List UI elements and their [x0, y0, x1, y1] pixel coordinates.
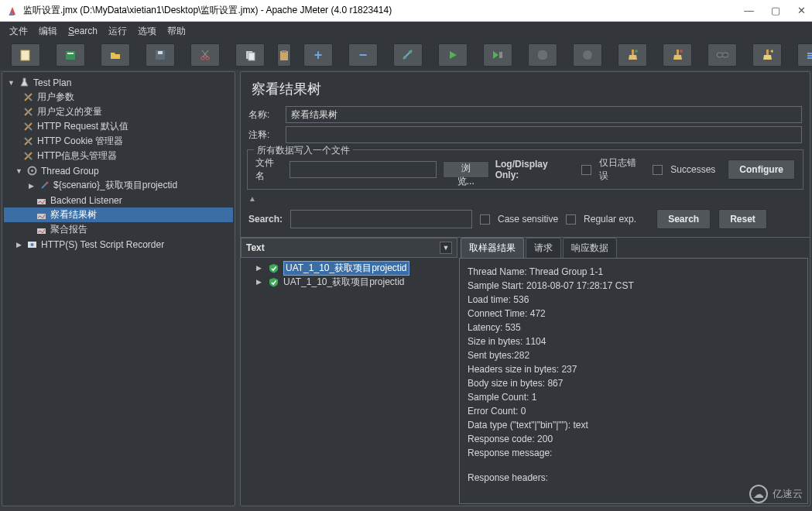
name-input[interactable]	[286, 106, 802, 123]
tree-node[interactable]: HTTP Request 默认值	[37, 120, 128, 133]
tree-toggle-icon[interactable]: ▶	[256, 264, 264, 272]
toggle-button[interactable]	[393, 43, 423, 67]
dropdown-icon[interactable]: ▼	[440, 242, 452, 254]
wrench-icon	[22, 106, 34, 118]
detail-line: Body size in bytes: 867	[468, 376, 800, 390]
errors-checkbox[interactable]	[581, 165, 591, 175]
search-tool-button[interactable]	[708, 43, 737, 67]
detail-line: Load time: 536	[468, 293, 800, 307]
listener-icon	[36, 209, 47, 221]
success-icon	[269, 263, 279, 273]
regexp-checkbox[interactable]	[566, 214, 576, 225]
start-no-timers-button[interactable]	[483, 43, 512, 67]
reset-button[interactable]: Reset	[718, 209, 767, 229]
paste-button[interactable]	[277, 43, 291, 67]
detail-line: Headers size in bytes: 237	[468, 362, 800, 376]
tree-toggle-icon[interactable]: ▼	[15, 167, 23, 175]
menu-run[interactable]: 运行	[108, 25, 127, 38]
page-title: 察看结果树	[241, 72, 810, 105]
clear-button[interactable]	[618, 43, 647, 67]
tree-node[interactable]: 聚合报告	[50, 223, 87, 236]
function-helper-button[interactable]: ✦	[752, 43, 782, 67]
configure-button[interactable]: Configure	[728, 159, 795, 180]
tree-toggle-icon[interactable]: ▶	[256, 278, 264, 286]
gear-icon	[26, 165, 38, 177]
toolbar: + −	[0, 40, 812, 70]
search-input[interactable]	[290, 210, 472, 228]
collapse-icon[interactable]: ▲	[241, 193, 810, 204]
menu-help[interactable]: 帮助	[167, 25, 186, 38]
svg-rect-3	[66, 51, 75, 60]
tree-node[interactable]: 用户定义的变量	[37, 105, 102, 118]
svg-rect-49	[37, 199, 46, 204]
svg-marker-21	[538, 50, 547, 60]
svg-rect-31	[807, 53, 812, 54]
svg-point-53	[31, 243, 34, 246]
save-button[interactable]	[146, 43, 175, 67]
shutdown-button[interactable]	[573, 43, 602, 67]
start-button[interactable]	[438, 43, 468, 67]
stop-button[interactable]	[528, 43, 557, 67]
result-row[interactable]: ▶ UAT_1_10_获取项目projectid	[242, 275, 456, 289]
svg-point-28	[722, 53, 728, 57]
menu-bar: 文件 编辑 Search 运行 选项 帮助	[0, 22, 812, 40]
detail-line: Sample Count: 1	[468, 390, 800, 404]
watermark-text: 亿速云	[773, 487, 803, 501]
open-button[interactable]	[101, 43, 130, 67]
menu-options[interactable]: 选项	[138, 25, 156, 38]
tree-node-recorder[interactable]: HTTP(S) Test Script Recorder	[41, 239, 164, 250]
result-row[interactable]: ▶ UAT_1_10_获取项目projectid	[242, 261, 456, 275]
result-type-select[interactable]: Text	[246, 242, 265, 253]
help-tool-button[interactable]	[797, 43, 812, 67]
case-sensitive-label: Case sensitive	[498, 214, 558, 225]
listener-icon	[36, 194, 47, 206]
tree-node-test-plan[interactable]: Test Plan	[33, 77, 71, 88]
tab-sampler-result[interactable]: 取样器结果	[461, 238, 524, 258]
minimize-button[interactable]: —	[744, 5, 754, 16]
tree-node[interactable]: HTTP信息头管理器	[37, 149, 117, 163]
comment-input[interactable]	[286, 126, 802, 143]
tree-node[interactable]: 用户参数	[37, 91, 74, 104]
tree-toggle-icon[interactable]: ▶	[27, 182, 36, 190]
search-label: Search:	[248, 214, 283, 225]
search-button[interactable]: Search	[656, 209, 711, 229]
copy-button[interactable]	[235, 43, 265, 67]
tab-response-data[interactable]: 响应数据	[563, 238, 617, 258]
svg-point-22	[583, 50, 592, 60]
test-plan-tree[interactable]: ▼Test Plan 用户参数 用户定义的变量 HTTP Request 默认值…	[2, 71, 235, 506]
tab-request[interactable]: 请求	[526, 238, 561, 258]
sampler-result-text[interactable]: Thread Name: Thread Group 1-1 Sample Sta…	[459, 258, 808, 504]
sampler-icon	[39, 180, 50, 191]
case-sensitive-checkbox[interactable]	[480, 214, 490, 225]
tree-node[interactable]: HTTP Cookie 管理器	[37, 135, 123, 148]
expand-button[interactable]: +	[303, 43, 333, 67]
tree-node-thread-group[interactable]: Thread Group	[41, 166, 99, 177]
wrench-icon	[22, 91, 34, 103]
tree-node[interactable]: Backend Listener	[50, 195, 122, 206]
collapse-button[interactable]: −	[348, 43, 378, 67]
svg-point-24	[635, 50, 638, 53]
menu-search[interactable]: Search	[68, 26, 98, 36]
detail-line: Connect Time: 472	[468, 307, 800, 321]
svg-rect-20	[499, 52, 502, 58]
svg-point-46	[31, 170, 33, 172]
new-button[interactable]	[11, 43, 40, 67]
maximize-button[interactable]: ▢	[771, 5, 780, 16]
filename-label: 文件名	[255, 156, 283, 183]
tree-node-view-results[interactable]: 察看结果树	[50, 208, 97, 221]
tree-toggle-icon[interactable]: ▶	[15, 241, 23, 249]
menu-file[interactable]: 文件	[9, 25, 28, 38]
templates-button[interactable]	[56, 43, 85, 67]
filename-input[interactable]	[290, 161, 437, 178]
tree-toggle-icon[interactable]: ▼	[7, 79, 15, 87]
successes-checkbox[interactable]	[653, 165, 663, 175]
clear-all-button[interactable]	[663, 43, 692, 67]
tree-node[interactable]: ${scenario}_获取项目projectid	[53, 179, 177, 192]
browse-button[interactable]: 浏览...	[443, 161, 489, 178]
cut-button[interactable]	[190, 43, 220, 67]
detail-line: Size in bytes: 1104	[468, 334, 800, 348]
svg-rect-33	[807, 57, 812, 59]
close-button[interactable]: ✕	[797, 5, 806, 16]
comment-label: 注释:	[248, 129, 279, 142]
menu-edit[interactable]: 编辑	[39, 25, 57, 38]
